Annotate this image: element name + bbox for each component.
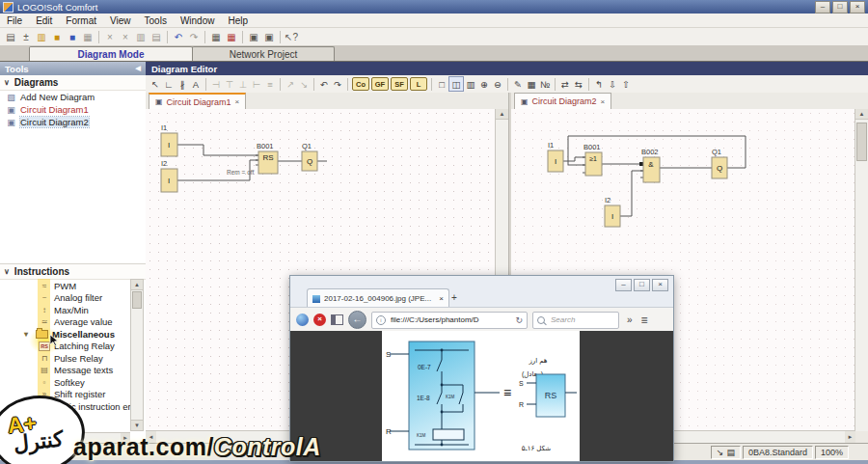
tree-vertical-scrollbar[interactable]: ▲ ▼ — [130, 279, 144, 431]
palette-co-button[interactable]: Co — [352, 77, 369, 91]
undo-icon[interactable]: ↶ — [171, 30, 186, 44]
sidebar-toggle-icon[interactable] — [331, 314, 343, 325]
distribute-icon[interactable]: ≡ — [263, 77, 277, 91]
sidebar-item-circuit-diagram1[interactable]: ▣ Circuit Diagram1 — [0, 103, 146, 116]
split-three-windows-icon[interactable]: ▥ — [464, 77, 477, 91]
cut-icon[interactable]: × — [102, 30, 118, 44]
paste-icon[interactable]: ▤ — [149, 30, 164, 44]
menu-format[interactable]: Format — [59, 15, 103, 26]
viewed-image[interactable]: S R 0E-7 1E-8 K1M K1M ≡ هم ارز (معادل) R… — [382, 331, 580, 461]
overflow-icon[interactable]: » — [627, 314, 633, 325]
split-connection-icon[interactable]: ∦ — [176, 77, 189, 91]
url-input[interactable] — [389, 314, 512, 325]
browser-maximize-button[interactable]: □ — [634, 279, 650, 291]
close-tab-icon[interactable]: × — [601, 97, 606, 106]
redo-icon[interactable]: ↷ — [186, 30, 202, 44]
convert-lad-icon[interactable]: ⇄ — [558, 77, 572, 91]
scroll-down-icon[interactable]: ▼ — [131, 420, 143, 430]
scrollbar-thumb[interactable] — [132, 291, 142, 309]
palette-l-button[interactable]: L — [410, 77, 427, 91]
block-parameters-icon[interactable]: ▦ — [525, 77, 538, 91]
close-tab-icon[interactable]: × — [439, 294, 444, 303]
scrollbar-thumb[interactable] — [856, 123, 867, 161]
palette-sf-button[interactable]: SF — [391, 77, 408, 91]
block-numbers-icon[interactable]: № — [538, 77, 552, 91]
tab-diagram-mode[interactable]: Diagram Mode — [29, 46, 193, 61]
tree-item-pulse-relay[interactable]: ⊓ Pulse Relay — [0, 352, 146, 365]
scroll-up-icon[interactable]: ▲ — [496, 109, 508, 120]
info-icon[interactable]: i — [376, 315, 386, 325]
delete-icon[interactable]: × — [118, 30, 133, 44]
reload-icon[interactable]: ↻ — [515, 315, 523, 325]
close-button[interactable]: × — [850, 1, 865, 14]
convert-fbd-icon[interactable]: ⇆ — [572, 77, 585, 91]
tab-network-project[interactable]: Network Project — [192, 46, 335, 61]
connect-tool-icon[interactable]: ∟ — [162, 77, 176, 91]
new-file-icon[interactable]: ▥ — [34, 30, 49, 44]
undo-icon[interactable]: ↶ — [317, 77, 331, 91]
maximize-button[interactable]: □ — [832, 1, 848, 14]
palette-gf-button[interactable]: GF — [371, 77, 389, 91]
tree-item-miscellaneous[interactable]: ▾ Miscellaneous — [0, 328, 146, 341]
back-button[interactable]: ← — [348, 311, 366, 329]
new-tab-button[interactable]: + — [445, 290, 464, 306]
menu-tools[interactable]: Tools — [138, 15, 174, 26]
adblock-icon[interactable]: × — [313, 314, 326, 326]
scroll-up-icon[interactable]: ▲ — [131, 280, 143, 290]
zoom-in-icon[interactable]: ⊕ — [477, 77, 491, 91]
diagrams-section-header[interactable]: ∨ Diagrams — [0, 75, 146, 91]
zoom-out-icon[interactable]: ⊖ — [491, 77, 504, 91]
address-bar[interactable]: i ↻ — [371, 312, 528, 329]
menu-file[interactable]: File — [0, 15, 29, 26]
split-one-window-icon[interactable]: □ — [435, 77, 448, 91]
context-help-icon[interactable]: ↖? — [284, 30, 299, 44]
redo-icon[interactable]: ↷ — [331, 77, 344, 91]
tree-item-analog-filter[interactable]: ~ Analog filter — [0, 292, 146, 305]
tab-circuit-diagram1[interactable]: ▣ Circuit Diagram1 × — [149, 93, 246, 109]
menu-window[interactable]: Window — [174, 15, 222, 26]
menu-help[interactable]: Help — [221, 15, 255, 26]
save-icon[interactable]: ■ — [65, 30, 80, 44]
close-tab-icon[interactable]: × — [235, 97, 240, 106]
pane2-vertical-scrollbar[interactable]: ▲ — [854, 109, 868, 431]
tree-item-max-min[interactable]: ↕ Max/Min — [0, 304, 146, 316]
collapse-panel-icon[interactable]: ◀ — [136, 65, 141, 72]
upload-icon[interactable]: ⇧ — [619, 77, 633, 91]
simulation-icon[interactable]: ↰ — [592, 77, 606, 91]
tree-item-message-texts[interactable]: ▤ Message texts — [0, 365, 146, 377]
split-two-windows-icon[interactable]: ◫ — [448, 76, 464, 92]
minimize-button[interactable]: – — [815, 1, 830, 14]
text-tool-icon[interactable]: A — [189, 77, 203, 91]
browser-minimize-button[interactable]: – — [615, 279, 632, 291]
align-left-icon[interactable]: ⊣ — [209, 77, 223, 91]
instructions-section-header[interactable]: ∨ Instructions — [0, 263, 146, 280]
bring-front-icon[interactable]: ↗ — [284, 77, 297, 91]
new-diagram-icon[interactable]: ▤ — [3, 30, 18, 44]
expander-icon[interactable]: ▾ — [20, 330, 32, 339]
tree-item-average-value[interactable]: ≃ Average value — [0, 316, 146, 329]
scroll-up-icon[interactable]: ▲ — [855, 109, 868, 120]
tree-item-latching-relay[interactable]: RS Latching Relay — [0, 341, 146, 353]
tree-item-pwm[interactable]: ≈ PWM — [0, 280, 146, 292]
menu-edit[interactable]: Edit — [29, 15, 59, 26]
sidebar-item-circuit-diagram2[interactable]: ▣ Circuit Diagram2 — [0, 116, 146, 128]
sidebar-item-add-new-diagram[interactable]: ▧ Add New Diagram — [0, 91, 146, 103]
send-back-icon[interactable]: ↘ — [297, 77, 311, 91]
tree-item-softkey[interactable]: ▫ Softkey — [0, 376, 146, 389]
table-compare-icon[interactable]: ▦ — [224, 30, 239, 44]
tab-circuit-diagram2[interactable]: ▣ Circuit Diagram2 × — [514, 93, 611, 109]
menu-view[interactable]: View — [103, 15, 138, 26]
copy-icon[interactable]: ▥ — [133, 30, 149, 44]
open-icon[interactable]: ■ — [49, 30, 65, 44]
hamburger-menu-icon[interactable]: ≡ — [641, 314, 648, 327]
table-overview-icon[interactable]: ▦ — [208, 30, 224, 44]
search-input[interactable] — [549, 314, 614, 325]
align-bottom-icon[interactable]: ⊥ — [236, 77, 250, 91]
browser-close-button[interactable]: × — [652, 279, 668, 291]
browser-tab[interactable]: 2017-02-16_004906.jpg (JPE... × — [307, 288, 449, 308]
align-right-icon[interactable]: ⊢ — [250, 77, 263, 91]
transfer-pc-logo-icon[interactable]: ▣ — [246, 30, 261, 44]
comment-pen-icon[interactable]: ✎ — [511, 77, 525, 91]
transfer-logo-pc-icon[interactable]: ▣ — [261, 30, 277, 44]
align-top-icon[interactable]: ⊤ — [223, 77, 236, 91]
